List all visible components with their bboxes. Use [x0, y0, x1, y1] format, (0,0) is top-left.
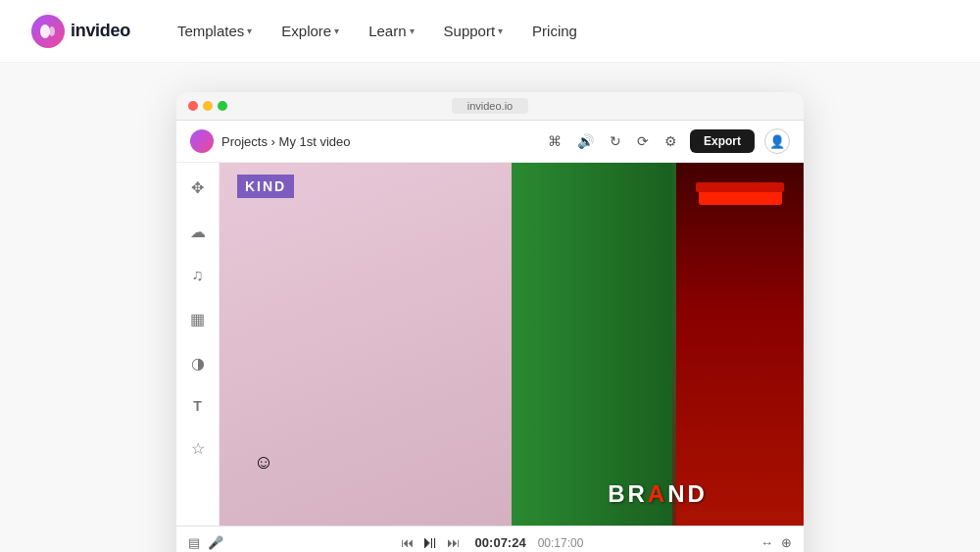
- navbar: invideo Templates ▾ Explore ▾ Learn ▾ Su…: [0, 0, 980, 63]
- svg-point-1: [40, 25, 50, 38]
- window-maximize-dot[interactable]: [218, 101, 227, 111]
- undo-icon[interactable]: ⌘: [545, 130, 564, 152]
- move-tool-icon[interactable]: ✥: [187, 175, 208, 201]
- chevron-down-icon: ▾: [247, 25, 252, 36]
- editor-toolbar: Projects › My 1st video ⌘ 🔊 ↻ ⟳ ⚙ Export…: [176, 121, 804, 163]
- video-split: KIND ☺: [220, 163, 804, 526]
- media-icon[interactable]: ▦: [186, 306, 209, 332]
- zoom-icon[interactable]: ⊕: [781, 535, 792, 550]
- main-content: invideo.io Projects › My 1st video ⌘ 🔊 ↻…: [0, 63, 980, 552]
- logo-text: invideo: [71, 21, 130, 41]
- timeline-mic-icon[interactable]: 🎤: [208, 535, 223, 550]
- nav-item-pricing[interactable]: Pricing: [520, 17, 589, 45]
- nav-item-templates[interactable]: Templates ▾: [166, 17, 264, 45]
- upload-icon[interactable]: ☁: [186, 219, 210, 245]
- nav-label-learn: Learn: [368, 23, 406, 39]
- nav-links: Templates ▾ Explore ▾ Learn ▾ Support ▾ …: [166, 17, 589, 45]
- effects-icon[interactable]: ◑: [187, 350, 209, 376]
- logo-icon: [31, 15, 65, 48]
- rotate-icon[interactable]: ↻: [607, 130, 624, 152]
- account-avatar[interactable]: 👤: [764, 128, 790, 154]
- nav-item-explore[interactable]: Explore ▾: [270, 17, 351, 45]
- window-dots: [188, 101, 227, 111]
- logo[interactable]: invideo: [31, 15, 130, 48]
- brand-overlay-text: BRAND: [512, 480, 804, 508]
- timeline-section: ▤ 🎤 ⏮ ⏯ ⏭ 00:07:24 00:17:00 ↔ ⊕ 0s 2s: [176, 526, 804, 552]
- flag-text: KIND: [245, 178, 286, 194]
- timeline-right-icons: ↔ ⊕: [760, 535, 792, 550]
- chevron-down-icon: ▾: [498, 25, 503, 36]
- text-icon[interactable]: T: [189, 394, 206, 418]
- timeline-layers-icon[interactable]: ▤: [188, 535, 200, 550]
- favorites-icon[interactable]: ☆: [187, 435, 209, 462]
- nav-label-pricing: Pricing: [532, 23, 577, 39]
- timeline-skip-forward-icon[interactable]: ⏭: [447, 535, 460, 550]
- chevron-down-icon: ▾: [334, 25, 339, 36]
- video-canvas: KIND ☺: [220, 163, 804, 526]
- flag-element: KIND: [237, 175, 294, 198]
- fit-to-width-icon[interactable]: ↔: [760, 535, 773, 550]
- breadcrumb-projects[interactable]: Projects: [221, 134, 268, 149]
- nav-label-support: Support: [444, 23, 496, 39]
- breadcrumb-separator: ›: [271, 134, 279, 149]
- invideo-logo-small: [190, 129, 214, 153]
- video-panel-right: BRAND: [512, 163, 804, 526]
- nav-item-support[interactable]: Support ▾: [432, 17, 515, 45]
- video-panel-left: KIND ☺: [220, 163, 512, 526]
- music-icon[interactable]: ♫: [188, 263, 208, 288]
- nav-item-learn[interactable]: Learn ▾: [357, 17, 425, 45]
- export-button[interactable]: Export: [690, 129, 755, 153]
- timeline-controls: ▤ 🎤 ⏮ ⏯ ⏭ 00:07:24 00:17:00 ↔ ⊕: [176, 527, 804, 552]
- editor-window: invideo.io Projects › My 1st video ⌘ 🔊 ↻…: [176, 92, 804, 552]
- timeline-play-pause-icon[interactable]: ⏯: [421, 532, 439, 552]
- current-time-display: 00:07:24: [475, 535, 526, 550]
- url-bar[interactable]: invideo.io: [452, 98, 528, 114]
- breadcrumb-current: My 1st video: [279, 134, 351, 149]
- breadcrumb: Projects › My 1st video: [221, 134, 351, 149]
- settings-icon[interactable]: ⚙: [662, 130, 680, 152]
- volume-icon[interactable]: 🔊: [574, 130, 597, 152]
- side-toolbar: ✥ ☁ ♫ ▦ ◑ T ☆: [176, 163, 220, 526]
- editor-body: ✥ ☁ ♫ ▦ ◑ T ☆ KIND: [176, 163, 804, 526]
- toolbar-icons: ⌘ 🔊 ↻ ⟳ ⚙ Export 👤: [545, 128, 790, 154]
- duration-display: 00:17:00: [538, 536, 584, 550]
- svg-point-2: [49, 26, 55, 36]
- window-minimize-dot[interactable]: [203, 101, 213, 111]
- nav-label-templates: Templates: [177, 23, 244, 39]
- refresh-icon[interactable]: ⟳: [634, 130, 652, 152]
- nav-label-explore: Explore: [281, 23, 331, 39]
- window-chrome-bar: invideo.io: [176, 92, 804, 121]
- timeline-skip-back-icon[interactable]: ⏮: [401, 535, 414, 550]
- chevron-down-icon: ▾: [410, 25, 415, 36]
- window-close-dot[interactable]: [188, 101, 198, 111]
